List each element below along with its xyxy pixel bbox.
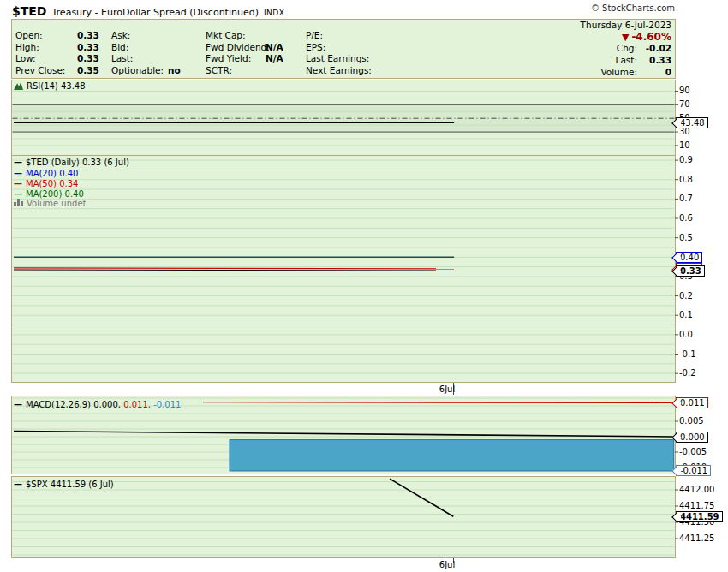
macd-value-flag: -0.011 xyxy=(676,465,711,476)
price-y-axis-label: 0.9 xyxy=(679,155,693,164)
legend-dash-icon: — xyxy=(14,400,22,409)
ma20-legend: —MA(20) 0.40 xyxy=(14,169,78,178)
ma200-legend: —MA(200) 0.40 xyxy=(14,189,84,199)
price-y-axis-label: 0.1 xyxy=(679,310,693,319)
legend-dash-icon: — xyxy=(14,169,22,178)
quote-col-earnings: P/E: EPS: Last Earnings: Next Earnings: xyxy=(306,30,372,77)
quote-row: Low:0.33 xyxy=(15,53,99,65)
legend-dash-icon: — xyxy=(14,480,22,489)
chart-header: $TEDTreasury - EuroDollar Spread (Discon… xyxy=(12,3,675,18)
percent-change: ▼-4.60% xyxy=(581,32,671,44)
quote-row: Mkt Cap: xyxy=(206,30,283,42)
quote-row: High:0.33 xyxy=(15,42,99,54)
quote-row: P/E: xyxy=(306,30,372,42)
macd-legend: —MACD(12,26,9) 0.000, 0.011, -0.011 xyxy=(14,400,181,409)
x-axis-date-label: 6Jul xyxy=(421,384,473,394)
price-y-axis-label: 0.7 xyxy=(679,194,693,203)
quote-row: Bid: xyxy=(111,42,181,54)
symbol-title: $TED xyxy=(12,4,46,18)
area-chart-icon xyxy=(14,82,23,90)
quote-row: Fwd Dividend:N/A xyxy=(206,42,283,54)
quote-row: Last:0.33 xyxy=(581,55,671,67)
ma50-legend: —MA(50) 0.34 xyxy=(14,179,78,188)
price-y-axis-label: 0.2 xyxy=(679,291,693,301)
quote-row: Last: xyxy=(111,53,181,65)
quote-row: SCTR: xyxy=(206,65,283,77)
price-value-flag: 0.33 xyxy=(676,265,705,277)
spx-value-flag: 4411.59 xyxy=(676,511,723,522)
spx-y-axis-label: 4412.00 xyxy=(679,485,714,494)
quote-row: Volume:0 xyxy=(581,67,671,79)
price-value-flag: 0.40 xyxy=(676,252,702,263)
legend-dash-icon: — xyxy=(14,189,22,199)
legend-dash-icon: — xyxy=(14,158,22,167)
stockcharts-chart-page: $TEDTreasury - EuroDollar Spread (Discon… xyxy=(0,0,728,572)
rsi-y-axis-label: 90 xyxy=(679,86,690,95)
price-y-axis-label: 0.0 xyxy=(679,330,693,339)
quote-row: Last Earnings: xyxy=(306,53,372,65)
spx-legend: —$SPX 4411.59 (6 Jul) xyxy=(14,480,114,489)
quote-row: Ask: xyxy=(111,30,181,42)
quote-col-change: Thursday 6-Jul-2023 ▼-4.60% Chg:-0.02 La… xyxy=(581,20,671,79)
price-y-axis-label: 0.5 xyxy=(679,233,693,242)
quote-summary-panel: Open:0.33 High:0.33 Low:0.33 Prev Close:… xyxy=(11,19,676,79)
rsi-value-flag: 43.48 xyxy=(676,117,708,128)
spx-y-axis-label: 4411.75 xyxy=(679,501,714,510)
macd-y-axis-label: 0.005 xyxy=(679,416,704,426)
price-y-axis-label: 0.8 xyxy=(679,175,693,184)
price-legend: —$TED (Daily) 0.33 (6 Jul) xyxy=(14,158,129,167)
volume-legend: Volume undef xyxy=(14,199,86,208)
copyright-text: © StockCharts.com xyxy=(591,3,675,13)
quote-row: Open:0.33 xyxy=(15,30,99,42)
quote-col-fundamentals: Mkt Cap: Fwd Dividend:N/A Fwd Yield:N/A … xyxy=(206,30,283,77)
legend-dash-icon: — xyxy=(14,179,22,188)
spx-y-axis-label: 4411.25 xyxy=(679,533,714,543)
quote-row: Chg:-0.02 xyxy=(581,43,671,55)
quote-col-bid-ask: Ask: Bid: Last: Optionable:no xyxy=(111,30,181,77)
quote-row: Optionable:no xyxy=(111,65,181,77)
exchange-label: INDX xyxy=(264,9,284,17)
volume-bars-icon xyxy=(14,199,23,206)
quote-row: Next Earnings: xyxy=(306,65,372,77)
price-y-axis-label: -0.1 xyxy=(679,349,696,359)
quote-col-ohlc: Open:0.33 High:0.33 Low:0.33 Prev Close:… xyxy=(15,30,99,77)
down-triangle-icon: ▼ xyxy=(622,32,629,43)
quote-date: Thursday 6-Jul-2023 xyxy=(581,20,671,32)
macd-value-flag: 0.011 xyxy=(676,397,708,408)
rsi-y-axis-label: 10 xyxy=(679,140,690,150)
quote-row: Fwd Yield:N/A xyxy=(206,53,283,65)
x-axis-date-label: 6Jul xyxy=(421,560,473,569)
symbol-description: Treasury - EuroDollar Spread (Discontinu… xyxy=(51,7,258,18)
rsi-y-axis-label: 70 xyxy=(679,99,690,109)
quote-row: EPS: xyxy=(306,42,372,54)
rsi-and-price-panel xyxy=(11,80,676,383)
macd-y-axis-label: -0.005 xyxy=(679,447,707,456)
panel-divider xyxy=(12,155,675,156)
price-y-axis-label: 0.6 xyxy=(679,213,693,223)
rsi-legend: RSI(14) 43.48 xyxy=(14,81,86,91)
macd-value-flag: 0.000 xyxy=(676,432,708,443)
price-y-axis-label: -0.2 xyxy=(679,368,696,378)
quote-row: Prev Close:0.35 xyxy=(15,65,99,77)
